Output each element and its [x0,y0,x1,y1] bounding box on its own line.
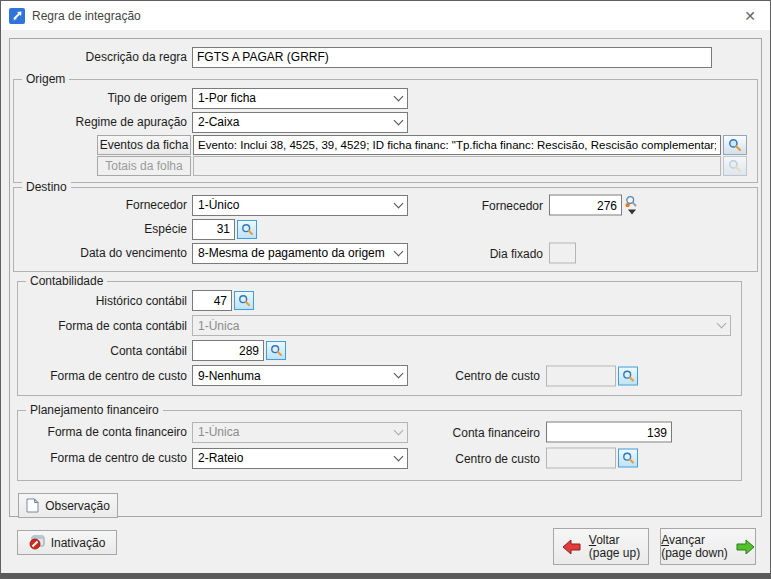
fornecedor-codigo-input[interactable] [549,195,622,216]
totais-folha-lookup-button [723,156,747,176]
centro-custo-financeiro-lookup-button[interactable] [618,449,638,468]
group-planejamento: Planejamento financeiro Forma de conta f… [17,410,742,481]
fornecedor-codigo-label: Fornecedor [429,198,549,212]
forma-conta-financeiro-label: Forma de conta financeiro [18,425,192,439]
especie-input[interactable] [192,219,235,240]
magnifier-icon [238,294,251,307]
close-button[interactable]: ✕ [738,8,762,24]
totais-folha-button: Totais da folha [97,156,191,176]
eventos-ficha-row: Eventos da ficha [14,134,747,155]
magnifier-icon [622,369,635,382]
magnifier-icon [728,159,742,173]
centro-custo-contabil-input [546,365,616,386]
data-vencimento-select[interactable]: 8-Mesma de pagamento da origem [192,243,408,264]
dia-fixado-input [549,243,576,264]
forma-conta-financeiro-row: Forma de conta financeiro 1-Única Conta … [18,419,731,445]
chevron-down-icon [394,369,404,379]
avancar-button[interactable]: Avançar (page down) [660,528,756,565]
forma-conta-contabil-row: Forma de conta contábil 1-Única [18,313,731,338]
conta-financeiro-group: Conta financeiro [426,422,672,443]
fornecedor-lookup[interactable] [625,196,638,215]
especie-label: Espécie [14,222,192,236]
conta-contabil-lookup-button[interactable] [266,341,286,360]
dialog-body: Descrição da regra Origem Tipo de origem… [1,30,770,517]
magnifier-icon [625,196,638,209]
centro-custo-contabil-group: Centro de custo [426,365,638,386]
green-right-arrow-icon [735,539,755,555]
group-planejamento-legend: Planejamento financeiro [26,403,163,417]
data-vencimento-label: Data do vencimento [14,246,192,260]
eventos-ficha-button[interactable]: Eventos da ficha [97,135,191,155]
centro-custo-contabil-lookup-button[interactable] [618,366,638,385]
voltar-sublabel: (page up) [589,546,640,560]
centro-custo-financeiro-label: Centro de custo [426,451,546,465]
app-integration-icon [9,8,25,24]
group-origem-legend: Origem [22,72,69,86]
fornecedor-dropdown-arrow-icon[interactable] [628,210,636,215]
fornecedor-codigo-group: Fornecedor [429,195,638,216]
centro-custo-financeiro-input [546,448,616,469]
magnifier-icon [270,344,283,357]
eventos-ficha-field[interactable] [193,135,721,155]
fornecedor-forma-select[interactable]: 1-Único [192,195,408,216]
forma-conta-contabil-label: Forma de conta contábil [18,319,192,333]
dialog-regra-integracao: Regra de integração ✕ Descrição da regra… [0,0,771,579]
conta-financeiro-label: Conta financeiro [426,425,546,439]
totais-folha-row: Totais da folha [14,155,747,176]
magnifier-icon [622,452,635,465]
historico-contabil-lookup-button[interactable] [234,291,254,310]
regime-apuracao-label: Regime de apuração [14,115,192,129]
dia-fixado-label: Dia fixado [429,246,549,260]
window-title: Regra de integração [32,9,141,23]
regime-apuracao-select[interactable]: 2-Caixa [192,112,408,133]
window-bottom-edge [1,573,770,579]
eventos-ficha-lookup-button[interactable] [723,135,747,155]
data-vencimento-row: Data do vencimento 8-Mesma de pagamento … [14,241,747,265]
chevron-down-icon [394,425,404,435]
conta-contabil-input[interactable] [192,340,264,361]
historico-contabil-label: Histórico contábil [18,294,192,308]
centro-custo-label: Centro de custo [426,369,546,383]
magnifier-icon [728,138,742,152]
tipo-origem-row: Tipo de origem 1-Por ficha [14,86,747,110]
chevron-down-icon [394,198,404,208]
inativacao-button-label: Inativação [51,536,106,550]
forma-centro-custo-financeiro-select[interactable]: 2-Rateio [192,448,408,469]
especie-lookup-button[interactable] [237,220,257,239]
document-icon [26,498,39,513]
observacao-button[interactable]: Observação [18,493,118,518]
forma-centro-custo-label: Forma de centro de custo [18,369,192,383]
totais-folha-field [193,156,721,176]
observacao-button-label: Observação [45,499,110,513]
especie-row: Espécie [14,217,747,241]
chevron-down-icon [717,319,727,329]
tipo-origem-select[interactable]: 1-Por ficha [192,88,408,109]
forma-centro-custo-financeiro-label: Forma de centro de custo [18,451,192,465]
avancar-sublabel: (page down) [661,546,728,560]
chevron-down-icon [394,91,404,101]
group-origem: Origem Tipo de origem 1-Por ficha Regime… [13,79,758,183]
historico-contabil-input[interactable] [192,290,232,311]
forma-centro-custo-select[interactable]: 9-Nenhuma [192,365,408,386]
chevron-down-icon [394,451,404,461]
main-panel: Descrição da regra Origem Tipo de origem… [9,38,762,517]
inativacao-button[interactable]: Inativação [17,530,117,555]
conta-contabil-row: Conta contábil [18,338,731,363]
group-destino-legend: Destino [22,180,71,194]
centro-custo-financeiro-group: Centro de custo [426,448,638,469]
conta-financeiro-input[interactable] [546,422,672,443]
descricao-input[interactable] [192,47,712,68]
tipo-origem-label: Tipo de origem [14,91,192,105]
dia-fixado-group: Dia fixado [429,243,576,264]
forma-centro-custo-financeiro-row: Forma de centro de custo 2-Rateio Centro… [18,445,731,471]
voltar-button[interactable]: Voltar (page up) [553,528,649,565]
group-destino: Destino Fornecedor 1-Único Fornecedor [13,187,758,272]
conta-contabil-label: Conta contábil [18,344,192,358]
forma-conta-contabil-select: 1-Única [192,315,731,336]
fornecedor-forma-label: Fornecedor [14,198,192,212]
inactivation-icon [29,535,45,550]
forma-conta-financeiro-select: 1-Única [192,422,408,443]
red-left-arrow-icon [562,539,582,555]
magnifier-icon [241,223,254,236]
forma-centro-custo-contabil-row: Forma de centro de custo 9-Nenhuma Centr… [18,363,731,388]
